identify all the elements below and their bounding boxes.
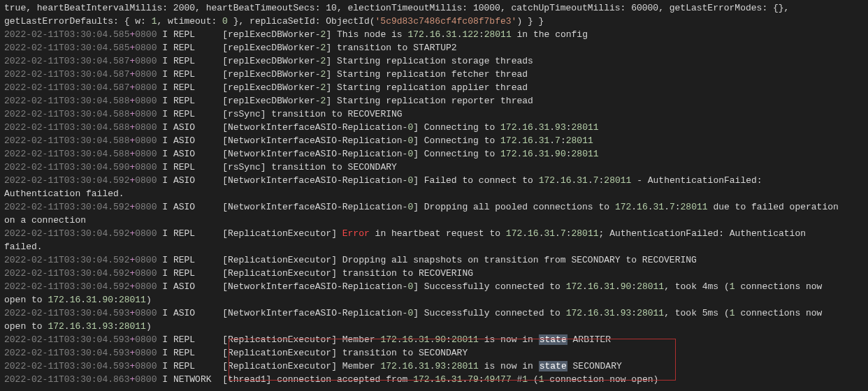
log-line: open to 172.16.31.90:28011) bbox=[4, 293, 864, 307]
log-line: 2022-02-11T03:30:04.593+0800 I REPL [Rep… bbox=[4, 346, 864, 360]
log-line: 2022-02-11T03:30:04.593+0800 I ASIO [Net… bbox=[4, 307, 864, 320]
terminal-log[interactable]: true, heartBeatIntervalMillis: 2000, hea… bbox=[0, 0, 868, 390]
log-line: 2022-02-11T03:30:04.588+0800 I REPL [rep… bbox=[4, 94, 864, 108]
log-line: 2022-02-11T03:30:04.592+0800 I ASIO [Net… bbox=[4, 174, 864, 187]
log-line: open to 172.16.31.93:28011) bbox=[4, 320, 864, 333]
log-line: 2022-02-11T03:30:04.863+0800 I NETWORK [… bbox=[4, 373, 864, 386]
log-line: 2022-02-11T03:30:04.592+0800 I ASIO [Net… bbox=[4, 280, 864, 293]
log-line: getLastErrorDefaults: { w: 1, wtimeout: … bbox=[4, 15, 864, 28]
log-line: 2022-02-11T03:30:04.588+0800 I REPL [rsS… bbox=[4, 108, 864, 121]
log-line: 2022-02-11T03:30:04.593+0800 I REPL [Rep… bbox=[4, 360, 864, 373]
log-line: 2022-02-11T03:30:04.590+0800 I REPL [rsS… bbox=[4, 161, 864, 174]
log-line: 2022-02-11T03:30:04.587+0800 I REPL [rep… bbox=[4, 81, 864, 94]
log-line: 2022-02-11T03:30:04.592+0800 I REPL [Rep… bbox=[4, 267, 864, 280]
log-line: 2022-02-11T03:30:04.585+0800 I REPL [rep… bbox=[4, 28, 864, 41]
log-line: 2022-02-11T03:30:04.588+0800 I ASIO [Net… bbox=[4, 134, 864, 147]
log-line: 2022-02-11T03:30:04.585+0800 I REPL [rep… bbox=[4, 41, 864, 54]
log-line: 2022-02-11T03:30:04.587+0800 I REPL [rep… bbox=[4, 54, 864, 68]
log-line: 2022-02-11T03:30:04.587+0800 I REPL [rep… bbox=[4, 68, 864, 81]
log-line: 2022-02-11T03:30:04.592+0800 I REPL [Rep… bbox=[4, 227, 864, 240]
log-line: 2022-02-11T03:30:04.588+0800 I ASIO [Net… bbox=[4, 121, 864, 134]
log-line: Authentication failed. bbox=[4, 187, 864, 200]
log-line: true, heartBeatIntervalMillis: 2000, hea… bbox=[4, 1, 864, 15]
log-line: on a connection bbox=[4, 214, 864, 227]
log-line: 2022-02-11T03:30:04.588+0800 I ASIO [Net… bbox=[4, 147, 864, 161]
log-line: failed. bbox=[4, 240, 864, 253]
log-line: 2022-02-11T03:30:04.593+0800 I REPL [Rep… bbox=[4, 333, 864, 346]
log-line: 2022-02-11T03:30:04.592+0800 I ASIO [Net… bbox=[4, 200, 864, 214]
log-line: 2022-02-11T03:30:04.592+0800 I REPL [Rep… bbox=[4, 253, 864, 267]
